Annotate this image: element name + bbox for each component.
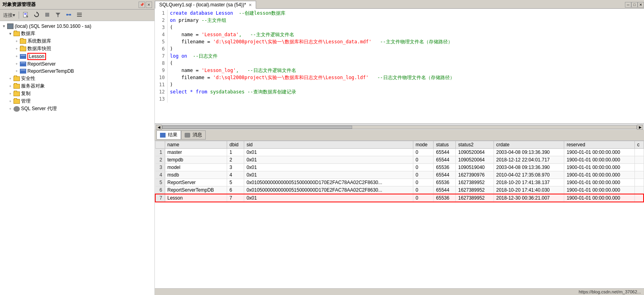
cell-mode: 0 bbox=[413, 186, 434, 194]
cell-c bbox=[634, 186, 644, 194]
folder-icon bbox=[13, 31, 20, 36]
sql-agent-node[interactable]: + SQL Server 代理 bbox=[0, 105, 154, 113]
keyword: create database Lesson bbox=[170, 10, 233, 17]
code-line-2: on primary --主文件组 bbox=[170, 17, 642, 24]
cell-status: 65536 bbox=[434, 179, 456, 186]
management-folder[interactable]: + 管理 bbox=[0, 97, 154, 105]
svg-rect-7 bbox=[66, 14, 68, 16]
folder-icon bbox=[20, 47, 26, 51]
management-expand[interactable]: + bbox=[7, 98, 13, 105]
sys-db-expand[interactable]: + bbox=[13, 38, 20, 45]
text: ) bbox=[170, 81, 173, 88]
cell-dbid: 3 bbox=[227, 164, 244, 171]
pin-icon[interactable]: 📌 bbox=[139, 2, 145, 8]
cell-c bbox=[634, 156, 644, 164]
cell-mode: 0 bbox=[413, 194, 434, 202]
filter-button[interactable] bbox=[53, 11, 63, 19]
snapshot-expand[interactable]: + bbox=[13, 46, 20, 52]
text bbox=[170, 95, 173, 103]
cell-status2: 1627389952 bbox=[455, 179, 494, 186]
scrollbar-track[interactable] bbox=[162, 125, 637, 129]
refresh-button[interactable] bbox=[32, 11, 41, 19]
cell-reserved: 1900-01-01 00:00:00.000 bbox=[564, 171, 634, 179]
col-name: name bbox=[165, 141, 227, 149]
code-editor[interactable]: 12345 678910 111213 create database Less… bbox=[155, 9, 644, 124]
text: name = bbox=[170, 31, 201, 38]
databases-folder[interactable]: ▼ 数据库 bbox=[0, 30, 154, 37]
server-objects-folder[interactable]: + 服务器对象 bbox=[0, 82, 154, 90]
close-button[interactable]: ✕ bbox=[638, 2, 644, 8]
reportservertempdb-expand[interactable]: + bbox=[13, 68, 20, 74]
table-row: 2tempdb20x0106554410905200642018-12-12 2… bbox=[155, 156, 644, 164]
status-bar: https://blog.csdn.net/m_37062... bbox=[155, 288, 644, 295]
maximize-button[interactable]: □ bbox=[631, 2, 638, 8]
close-icon[interactable]: ✕ bbox=[146, 2, 152, 8]
minimize-button[interactable]: ─ bbox=[625, 2, 631, 8]
cell-reserved: 1900-01-01 00:00:00.000 bbox=[564, 186, 634, 194]
separator1 bbox=[19, 12, 19, 19]
messages-tab[interactable]: 消息 bbox=[181, 130, 206, 140]
cell-name: tempdb bbox=[165, 156, 227, 164]
reportservertempdb-label: ReportServerTempDB bbox=[27, 68, 74, 74]
lesson-db-node[interactable]: + Lesson bbox=[0, 52, 154, 60]
text: filename = bbox=[170, 38, 213, 45]
cell-crdate: 2010-04-02 17:35:08.970 bbox=[494, 171, 564, 179]
cell-name: model bbox=[165, 164, 227, 171]
stop-button[interactable] bbox=[42, 11, 52, 19]
results-tab-icon bbox=[160, 133, 166, 138]
snapshot-label: 数据库快照 bbox=[27, 45, 51, 52]
system-db-label: 系统数据库 bbox=[27, 38, 51, 45]
comment: --主文件组 bbox=[201, 17, 226, 24]
cell-mode: 0 bbox=[413, 156, 434, 164]
db-icon bbox=[20, 54, 26, 59]
code-line-4: name = 'Lesson_data' , --主文件逻辑文件名 bbox=[170, 31, 642, 38]
query-tab[interactable]: SQLQuery1.sql - (local).master (sa (54))… bbox=[155, 1, 256, 9]
col-rownum bbox=[155, 141, 165, 149]
replication-folder[interactable]: + 复制 bbox=[0, 90, 154, 97]
connect-button[interactable]: 连接▾ bbox=[2, 11, 17, 19]
text: filename = bbox=[170, 74, 213, 81]
databases-expand-icon[interactable]: ▼ bbox=[7, 31, 13, 37]
collapse-button[interactable] bbox=[75, 11, 84, 19]
sync-button[interactable] bbox=[64, 11, 73, 19]
cell-status2: 1627389952 bbox=[455, 194, 494, 202]
reportservertempdb-node[interactable]: + ReportServerTempDB bbox=[0, 68, 154, 75]
cell-name: ReportServerTempDB bbox=[165, 186, 227, 194]
cell-mode: 0 bbox=[413, 171, 434, 179]
scroll-left-button[interactable]: ◀ bbox=[156, 125, 162, 130]
comment: --日志文件 bbox=[187, 52, 218, 60]
cell-sid: 0x01 bbox=[244, 149, 413, 156]
replication-expand[interactable]: + bbox=[7, 91, 13, 97]
cell-c bbox=[634, 164, 644, 171]
svg-rect-5 bbox=[45, 13, 49, 17]
reportserver-node[interactable]: + ReportServer bbox=[0, 60, 154, 68]
new-query-button[interactable] bbox=[21, 11, 31, 19]
results-tab[interactable]: 结果 bbox=[156, 130, 181, 140]
server-icon bbox=[7, 23, 13, 29]
cell-c bbox=[634, 171, 644, 179]
system-db-folder[interactable]: + 系统数据库 bbox=[0, 37, 154, 45]
expand-icon[interactable]: ▼ bbox=[1, 23, 7, 29]
lesson-expand[interactable]: + bbox=[13, 53, 20, 60]
tree-view: ▼ (local) (SQL Server 10.50.1600 - sa) ▼… bbox=[0, 21, 154, 295]
db-snapshot-folder[interactable]: + 数据库快照 bbox=[0, 45, 154, 52]
svg-marker-6 bbox=[56, 13, 60, 17]
db-icon bbox=[20, 62, 26, 66]
cell-reserved: 1900-01-01 00:00:00.000 bbox=[564, 194, 634, 202]
security-folder[interactable]: + 安全性 bbox=[0, 75, 154, 82]
cell-mode: 0 bbox=[413, 179, 434, 186]
scroll-right-button[interactable]: ▶ bbox=[637, 125, 643, 130]
security-expand[interactable]: + bbox=[7, 76, 13, 82]
server-node[interactable]: ▼ (local) (SQL Server 10.50.1600 - sa) bbox=[0, 23, 154, 30]
server-obj-expand[interactable]: + bbox=[7, 83, 13, 89]
reportserver-expand[interactable]: + bbox=[13, 61, 20, 67]
editor-hscrollbar[interactable]: ◀ ▶ bbox=[155, 124, 644, 130]
scrollbar-thumb[interactable] bbox=[162, 126, 352, 129]
messages-tab-label: 消息 bbox=[193, 132, 202, 138]
lesson-db-label: Lesson bbox=[27, 53, 46, 60]
tab-close-icon[interactable]: ✕ bbox=[249, 3, 252, 7]
db-icon bbox=[20, 69, 26, 74]
row-number: 6 bbox=[155, 186, 165, 194]
cell-status2: 1090520064 bbox=[455, 156, 494, 164]
agent-expand[interactable]: + bbox=[7, 106, 13, 112]
